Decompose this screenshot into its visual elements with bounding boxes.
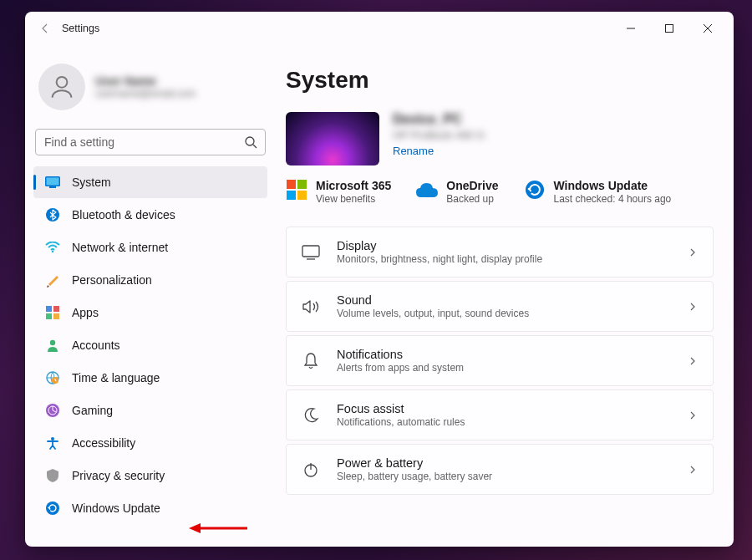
close-button[interactable] [688,15,727,42]
apps-icon [45,305,60,320]
minimize-icon [627,24,635,33]
sidebar-item-system[interactable]: System [33,166,267,198]
onedrive-icon [416,179,438,201]
svg-rect-7 [49,186,56,188]
bell-icon [302,352,320,370]
svg-point-14 [50,340,55,345]
sidebar-item-label: Windows Update [72,501,160,515]
sidebar-item-windows-update[interactable]: Windows Update [33,492,267,524]
svg-point-21 [46,501,59,515]
wifi-icon [45,240,60,255]
card-sub: Sleep, battery usage, battery saver [337,471,671,482]
close-icon [704,24,712,33]
page-title: System [286,67,714,94]
microsoft-logo-icon [286,179,307,201]
status-row: Microsoft 365 View benefits OneDrive Bac… [286,179,714,205]
svg-rect-12 [46,313,52,319]
card-title: Power & battery [337,456,671,470]
card-power-battery[interactable]: Power & battery Sleep, battery usage, ba… [286,444,714,495]
bluetooth-icon [45,207,60,222]
sidebar-item-gaming[interactable]: Gaming [33,395,267,426]
paintbrush-icon [45,272,60,288]
search-icon [244,135,257,149]
sidebar-item-label: Apps [72,306,99,319]
device-row: Device_PC HP ProBook 440 G Rename [286,112,714,165]
sidebar-item-privacy[interactable]: Privacy & security [33,460,267,491]
rename-link[interactable]: Rename [393,145,434,157]
titlebar: Settings [25,12,734,45]
card-sound[interactable]: Sound Volume levels, output, input, soun… [286,281,714,332]
user-text: User Name username@email.com [95,74,196,99]
svg-point-9 [52,251,54,253]
user-name: User Name [95,74,196,88]
svg-rect-11 [53,306,59,312]
sidebar-item-label: System [72,176,111,189]
moon-icon [302,406,320,425]
svg-rect-23 [302,246,319,257]
status-windows-update[interactable]: Windows Update Last checked: 4 hours ago [524,179,672,205]
sidebar-item-network[interactable]: Network & internet [33,232,267,263]
display-icon [302,243,320,262]
status-title: Microsoft 365 [316,179,391,192]
body: User Name username@email.com System Blue… [25,45,734,547]
sidebar-item-apps[interactable]: Apps [33,297,267,328]
status-onedrive[interactable]: OneDrive Backed up [416,179,498,205]
sidebar-item-time-language[interactable]: Time & language [33,362,267,394]
status-sub: Last checked: 4 hours ago [554,193,672,205]
card-sub: Monitors, brightness, night light, displ… [337,253,671,265]
sound-icon [302,298,320,316]
sidebar-item-accounts[interactable]: Accounts [33,329,267,361]
svg-rect-6 [47,178,59,186]
gaming-icon [45,403,60,418]
svg-rect-13 [53,313,59,319]
svg-point-3 [246,137,254,145]
chevron-right-icon [688,356,698,366]
svg-point-22 [526,181,544,199]
card-sub: Volume levels, output, input, sound devi… [337,308,671,319]
back-button[interactable] [32,15,58,42]
minimize-button[interactable] [612,15,650,42]
update-icon [45,501,60,516]
svg-line-4 [253,145,257,148]
user-profile[interactable]: User Name username@email.com [32,48,269,129]
user-email: username@email.com [95,88,196,99]
accounts-icon [45,338,60,353]
sidebar-item-label: Time & language [72,371,160,384]
card-notifications[interactable]: Notifications Alerts from apps and syste… [286,335,714,386]
power-icon [302,461,320,479]
svg-point-2 [57,77,68,88]
status-title: Windows Update [554,179,672,192]
content[interactable]: System Device_PC HP ProBook 440 G Rename… [276,45,734,547]
status-microsoft-365[interactable]: Microsoft 365 View benefits [286,179,391,205]
sidebar-item-label: Privacy & security [72,469,165,482]
search-input[interactable] [35,129,266,155]
sidebar-item-label: Bluetooth & devices [72,208,175,221]
chevron-right-icon [688,247,698,257]
device-name: Device_PC [393,112,485,127]
accessibility-icon [45,435,60,451]
sidebar-item-label: Network & internet [72,241,168,254]
card-title: Focus assist [337,402,671,415]
status-title: OneDrive [446,179,498,192]
sidebar-item-bluetooth[interactable]: Bluetooth & devices [33,199,267,231]
card-display[interactable]: Display Monitors, brightness, night ligh… [286,227,714,277]
sidebar-item-personalization[interactable]: Personalization [33,264,267,296]
search-wrap [35,129,266,155]
window-title: Settings [62,23,99,34]
shield-icon [45,468,60,483]
card-focus-assist[interactable]: Focus assist Notifications, automatic ru… [286,389,714,440]
maximize-button[interactable] [650,15,688,42]
chevron-right-icon [688,302,698,312]
status-sub: View benefits [316,193,391,205]
status-sub: Backed up [446,193,498,205]
sidebar-item-accessibility[interactable]: Accessibility [33,427,267,459]
card-title: Notifications [337,348,671,361]
settings-cards: Display Monitors, brightness, night ligh… [286,227,714,495]
sidebar-item-label: Personalization [72,273,152,287]
windows-update-icon [524,179,546,201]
window-controls [612,15,727,42]
chevron-right-icon [688,465,698,475]
nav: System Bluetooth & devices Network & int… [32,165,269,540]
card-sub: Alerts from apps and system [337,362,671,374]
person-icon [48,73,76,101]
